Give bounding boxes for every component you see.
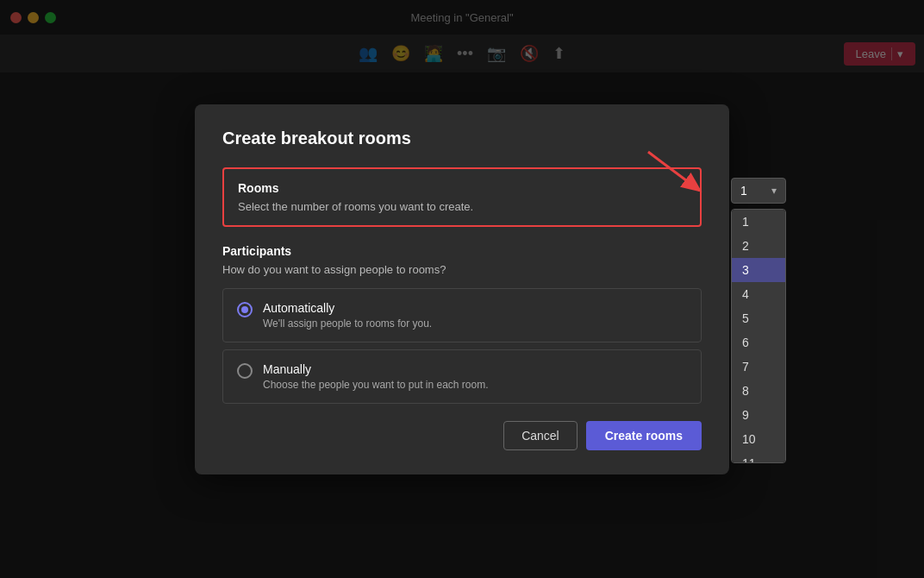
dropdown-item-3[interactable]: 3 <box>732 258 785 282</box>
manual-assign-description: Choose the people you want to put in eac… <box>263 379 489 391</box>
dropdown-item-1[interactable]: 1 <box>732 210 785 234</box>
dropdown-selected-value: 1 <box>740 184 747 198</box>
dropdown-item-7[interactable]: 7 <box>732 355 785 379</box>
dropdown-item-8[interactable]: 8 <box>732 379 785 403</box>
dialog-footer: Cancel Create rooms <box>222 421 702 450</box>
auto-assign-description: We'll assign people to rooms for you. <box>263 317 432 330</box>
participants-section: Participants How do you want to assign p… <box>222 244 702 404</box>
cancel-button[interactable]: Cancel <box>503 421 578 450</box>
auto-assign-option[interactable]: Automatically We'll assign people to roo… <box>222 288 702 342</box>
dropdown-item-4[interactable]: 4 <box>732 282 785 306</box>
dialog-title: Create breakout rooms <box>222 129 702 148</box>
chevron-down-icon: ▾ <box>771 185 777 197</box>
participants-label: Participants <box>222 244 702 258</box>
auto-assign-label: Automatically <box>263 301 432 315</box>
dropdown-item-6[interactable]: 6 <box>732 330 785 355</box>
modal-overlay: Create breakout rooms Rooms Select the n… <box>0 0 924 578</box>
dropdown-item-9[interactable]: 9 <box>732 403 785 427</box>
rooms-label: Rooms <box>238 181 686 195</box>
dropdown-trigger[interactable]: 1 ▾ <box>731 178 786 204</box>
rooms-section: Rooms Select the number of rooms you wan… <box>222 167 702 227</box>
create-rooms-button[interactable]: Create rooms <box>586 421 702 450</box>
manual-assign-label: Manually <box>263 362 489 376</box>
manual-assign-option[interactable]: Manually Choose the people you want to p… <box>222 349 702 404</box>
auto-assign-radio[interactable] <box>237 302 253 317</box>
auto-assign-text: Automatically We'll assign people to roo… <box>263 301 432 330</box>
dropdown-item-2[interactable]: 2 <box>732 234 785 258</box>
manual-assign-radio[interactable] <box>237 363 253 379</box>
rooms-description: Select the number of rooms you want to c… <box>238 200 686 213</box>
manual-assign-text: Manually Choose the people you want to p… <box>263 362 489 391</box>
create-breakout-dialog: Create breakout rooms Rooms Select the n… <box>195 104 729 474</box>
dropdown-item-5[interactable]: 5 <box>732 306 785 330</box>
dropdown-item-10[interactable]: 10 <box>732 427 785 451</box>
rooms-dropdown[interactable]: 1 ▾ 1234567891011 <box>731 178 786 204</box>
participants-description: How do you want to assign people to room… <box>222 263 702 276</box>
dropdown-item-11[interactable]: 11 <box>732 451 785 463</box>
dropdown-list[interactable]: 1234567891011 <box>731 209 786 463</box>
